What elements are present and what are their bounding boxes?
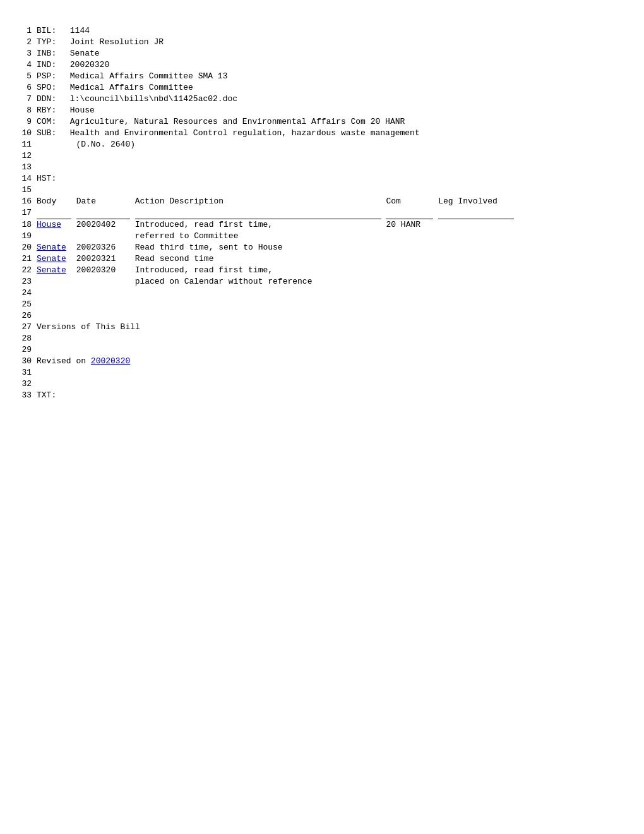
line-12: 12 [19, 150, 625, 162]
history-divider-line: 17 [19, 207, 625, 219]
revised-date-link[interactable]: 20020320 [91, 356, 130, 366]
col-header-com: Com [386, 196, 433, 207]
line-1: 1 BIL: 1144 [19, 25, 625, 37]
col-header-body: Body [37, 196, 71, 207]
line-11: 11 (D.No. 2640) [19, 139, 625, 150]
line-8: 8 RBY: House [19, 105, 625, 116]
line-24: 24 [19, 287, 625, 299]
body-link-senate-2[interactable]: Senate [37, 254, 66, 263]
revised-on-line: 30 Revised on 20020320 [19, 356, 625, 367]
line-5: 5 PSP: Medical Affairs Committee SMA 13 [19, 71, 625, 82]
line-25: 25 [19, 299, 625, 310]
line-26: 26 [19, 310, 625, 322]
line-31: 31 [19, 367, 625, 378]
history-row-20: 20 Senate 20020326 Read third time, sent… [19, 242, 625, 253]
history-row-23: 23 placed on Calendar without reference [19, 276, 625, 287]
line-33: 33 TXT: [19, 390, 625, 401]
line-28: 28 [19, 333, 625, 344]
body-link-house[interactable]: House [37, 220, 61, 229]
history-row-19: 19 referred to Committee [19, 231, 625, 242]
body-link-senate-3[interactable]: Senate [37, 265, 66, 275]
line-10: 10 SUB: Health and Environmental Control… [19, 128, 625, 139]
line-2: 2 TYP: Joint Resolution JR [19, 37, 625, 48]
line-13: 13 [19, 162, 625, 173]
versions-title-line: 27 Versions of This Bill [19, 322, 625, 333]
col-header-date: Date [76, 196, 130, 207]
versions-title: Versions of This Bill [37, 322, 140, 332]
line-7: 7 DDN: l:\council\bills\nbd\11425ac02.do… [19, 94, 625, 105]
line-32: 32 [19, 378, 625, 390]
body-link-senate-1[interactable]: Senate [37, 243, 66, 252]
history-row-18: 18 House 20020402 Introduced, read first… [19, 219, 625, 231]
line-6: 6 SPO: Medical Affairs Committee [19, 82, 625, 94]
line-15: 15 [19, 184, 625, 196]
col-header-action: Action Description [135, 196, 381, 207]
line-14: 14 HST: [19, 173, 625, 184]
line-4: 4 IND: 20020320 [19, 59, 625, 71]
history-row-22: 22 Senate 20020320 Introduced, read firs… [19, 265, 625, 276]
history-header-line: 16 Body Date Action Description Com Leg … [19, 196, 625, 207]
col-header-leg: Leg Involved [438, 196, 498, 207]
line-9: 9 COM: Agriculture, Natural Resources an… [19, 116, 625, 128]
line-29: 29 [19, 344, 625, 356]
main-content: 1 BIL: 1144 2 TYP: Joint Resolution JR 3… [19, 25, 625, 401]
txt-label: TXT: [37, 390, 65, 401]
history-row-21: 21 Senate 20020321 Read second time [19, 253, 625, 265]
line-3: 3 INB: Senate [19, 48, 625, 59]
revised-on-text: Revised on [37, 356, 91, 366]
